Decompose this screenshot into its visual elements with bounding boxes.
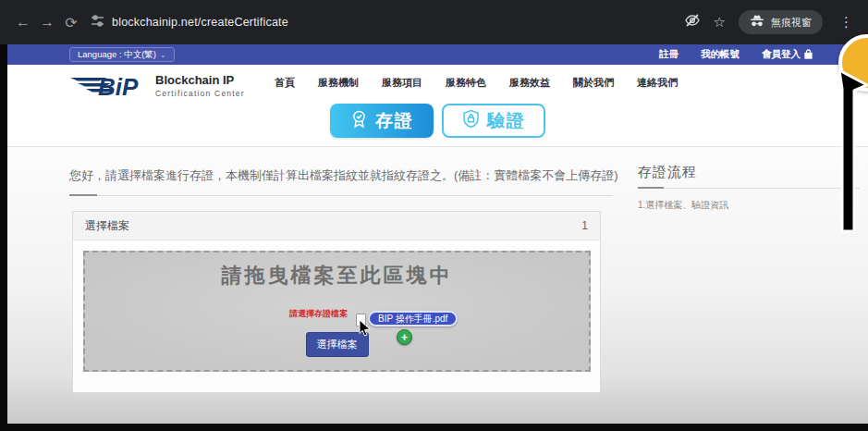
main-nav: 首頁 服務機制 服務項目 服務特色 服務效益 關於我們 連絡我們 (275, 76, 678, 90)
bookmark-star-icon[interactable]: ☆ (714, 14, 726, 31)
reload-icon[interactable]: ⟳ (59, 14, 83, 31)
panel-title: 選擇檔案 (85, 218, 129, 234)
topbar-links: 註冊 我的帳號 會員登入 (659, 44, 813, 65)
nav-service-features[interactable]: 服務特色 (446, 76, 486, 90)
site-settings-icon[interactable] (91, 14, 104, 31)
register-link[interactable]: 註冊 (659, 48, 679, 61)
panel-step-number: 1 (581, 219, 588, 232)
site-topbar: Language : 中文(繁) ⌄ 註冊 我的帳號 會員登入 (7, 44, 868, 65)
incognito-label: 無痕視窗 (771, 16, 812, 30)
browser-chrome: ← → ⟳ blockchainip.net/createCertificate… (0, 0, 868, 44)
store-certificate-button[interactable]: 存證 (330, 104, 434, 138)
panel-header: 選擇檔案 1 (73, 212, 600, 240)
nav-about-us[interactable]: 關於我們 (573, 76, 614, 90)
drag-ghost: BIP 操作手冊.pdf + (356, 311, 504, 355)
back-icon[interactable]: ← (11, 14, 35, 31)
incognito-badge[interactable]: 無痕視窗 (739, 10, 823, 34)
shield-lock-icon (461, 109, 481, 133)
rosette-check-icon (349, 109, 369, 133)
nav-service-items[interactable]: 服務項目 (382, 76, 422, 90)
lock-icon (804, 49, 813, 61)
site-header: BiP Blockchain IP Certification Center 首… (7, 65, 868, 147)
verify-certificate-button[interactable]: 驗證 (442, 104, 545, 138)
forward-icon[interactable]: → (35, 14, 59, 31)
nav-service-benefits[interactable]: 服務效益 (509, 76, 550, 90)
verify-certificate-label: 驗證 (487, 109, 526, 133)
overlay-big-cursor-icon (830, 61, 868, 239)
member-login-label: 會員登入 (762, 48, 801, 61)
flow-step-1: 1.選擇檔案、驗證資訊 (638, 199, 728, 212)
dragged-file-chip: BIP 操作手冊.pdf (368, 311, 458, 326)
dropzone-title: 請拖曳檔案至此區塊中 (85, 262, 589, 289)
logo-text: BiP (98, 73, 139, 101)
greeting-divider (69, 195, 613, 196)
site-logo[interactable]: BiP Blockchain IP Certification Center (70, 71, 245, 101)
main-content: 您好，請選擇檔案進行存證，本機制僅計算出檔案指紋並就指紋存證之。(備註：實體檔案… (7, 147, 868, 424)
nav-service-mechanism[interactable]: 服務機制 (318, 76, 359, 90)
letterbox-left (0, 44, 7, 431)
member-login-link[interactable]: 會員登入 (762, 48, 813, 61)
file-select-panel: 選擇檔案 1 請拖曳檔案至此區塊中 請選擇存證檔案 選擇檔案 (72, 211, 601, 393)
my-account-link[interactable]: 我的帳號 (701, 48, 740, 61)
store-certificate-label: 存證 (375, 109, 414, 133)
action-buttons: 存證 驗證 (7, 104, 868, 138)
bip-logo-graphic: BiP (70, 71, 150, 101)
flow-divider-accent (638, 187, 664, 189)
drag-cursor-icon (358, 319, 372, 340)
url-text[interactable]: blockchainip.net/createCertificate (112, 16, 288, 29)
flow-divider (638, 188, 860, 189)
letterbox-bottom (0, 424, 868, 431)
address-bar[interactable]: blockchainip.net/createCertificate (91, 14, 288, 31)
greeting-text: 您好，請選擇檔案進行存證，本機制僅計算出檔案指紋並就指紋存證之。(備註：實體檔案… (69, 167, 624, 184)
incognito-icon (750, 15, 764, 30)
eye-off-icon[interactable] (684, 12, 701, 32)
file-dropzone[interactable]: 請拖曳檔案至此區塊中 請選擇存證檔案 選擇檔案 (83, 251, 591, 372)
brand-title: Blockchain IP (155, 74, 245, 87)
drag-copy-plus-icon: + (397, 329, 412, 345)
chevron-down-icon: ⌄ (160, 51, 166, 59)
greeting-divider-accent (69, 194, 97, 196)
brand-text: Blockchain IP Certification Center (155, 74, 245, 98)
language-selector[interactable]: Language : 中文(繁) ⌄ (69, 47, 175, 62)
chrome-menu-icon[interactable]: ⋮ (836, 14, 857, 31)
language-label: Language : 中文(繁) (78, 49, 156, 61)
nav-home[interactable]: 首頁 (275, 76, 295, 90)
chrome-right-controls: ☆ 無痕視窗 ⋮ (684, 10, 857, 34)
brand-subtitle: Certification Center (155, 89, 245, 98)
nav-contact-us[interactable]: 連絡我們 (637, 76, 678, 90)
screenshot-canvas: ← → ⟳ blockchainip.net/createCertificate… (0, 0, 868, 431)
